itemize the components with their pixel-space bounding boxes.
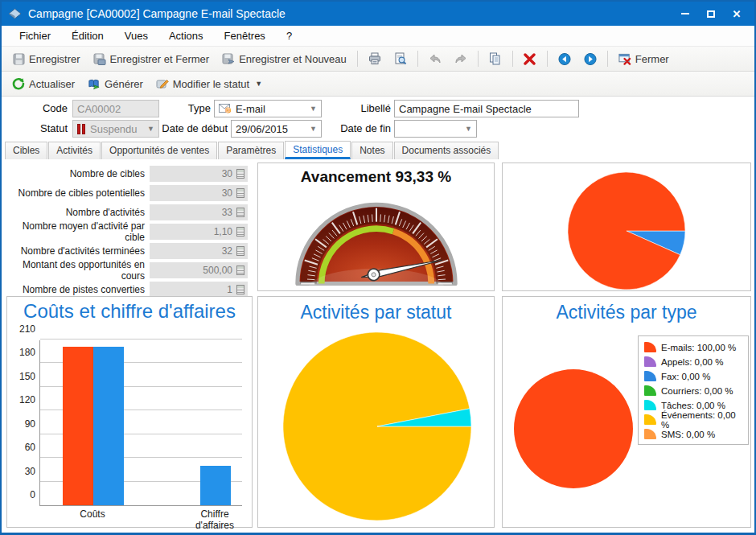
menu-item-item[interactable]: ? — [277, 27, 302, 45]
maximize-button[interactable] — [700, 5, 722, 23]
legend-item-evenements: Événements: 0,00 % — [644, 414, 743, 426]
minimize-icon — [681, 13, 689, 14]
change-status-button[interactable]: Modifier le statut ▼ — [150, 75, 268, 93]
libelle-input[interactable]: Campagne E-mail Spectacle — [394, 100, 579, 117]
legend-swatch — [644, 356, 656, 367]
statut-label: Statut — [2, 120, 68, 138]
y-tick-label: 90 — [13, 418, 40, 430]
generate-button[interactable]: Générer — [82, 75, 149, 93]
chevron-down-icon: ▼ — [465, 125, 472, 133]
bar-couts-blue — [93, 347, 124, 505]
gridline — [40, 339, 242, 340]
tab-notes[interactable]: Notes — [351, 142, 392, 159]
close-icon: ✕ — [733, 8, 742, 20]
stat-field: 32 — [150, 243, 248, 259]
y-tick-label: 120 — [13, 394, 40, 405]
save-button[interactable]: Enregistrer — [6, 50, 86, 68]
close-form-button[interactable]: Fermer — [613, 50, 675, 68]
tab-activites[interactable]: Activités — [48, 142, 101, 159]
save-label: Enregistrer — [29, 53, 80, 65]
chevron-down-icon: ▼ — [255, 80, 262, 88]
y-tick-label: 60 — [13, 442, 40, 453]
x-label-chiffre-d-affaires: Chiffre d'affaires — [183, 508, 247, 531]
type-label: Type — [162, 100, 211, 117]
refresh-icon — [12, 77, 25, 90]
tab-parametres[interactable]: Paramètres — [218, 142, 284, 159]
tab-opportunites-de-ventes[interactable]: Opportunités de ventes — [101, 142, 217, 159]
bar-x-labels: CoûtsChiffre d'affaires — [39, 508, 242, 521]
legend-item-fax: Fax: 0,00 % — [644, 370, 743, 382]
date-debut-value: 29/06/2015 — [236, 123, 288, 135]
tab-documents-associes[interactable]: Documents associés — [394, 142, 499, 159]
print-button[interactable] — [363, 50, 387, 68]
stat-label: Nombre de pistes converties — [6, 284, 150, 295]
minimize-button[interactable] — [674, 5, 696, 23]
save-close-button[interactable]: Enregistrer et Fermer — [88, 50, 216, 68]
maximize-icon — [707, 10, 715, 18]
stat-field: 30 — [150, 166, 248, 182]
undo-button[interactable] — [423, 50, 447, 68]
save-icon — [12, 52, 25, 65]
gauge-panel: Avancement 93,33 % — [257, 163, 495, 291]
stat-label: Montant des opportunités en cours — [6, 259, 150, 282]
menu-item-vues[interactable]: Vues — [115, 27, 158, 45]
redo-button[interactable] — [449, 50, 473, 68]
legend-label: Tâches: 0,00 % — [661, 401, 725, 410]
close-form-icon — [618, 52, 631, 65]
statut-value: Suspendu — [90, 123, 138, 135]
libelle-value: Campagne E-mail Spectacle — [399, 103, 532, 115]
y-tick-label: 180 — [13, 347, 40, 358]
legend-item-courriers: Courriers: 0,00 % — [644, 385, 743, 397]
title-bar: Campagne [CA00002] Campagne E-mail Spect… — [2, 2, 754, 26]
stat-field: 1,10 — [150, 224, 248, 240]
tab-cibles[interactable]: Cibles — [5, 142, 47, 159]
type-dropdown[interactable]: @ E-mail ▼ — [214, 100, 322, 117]
undo-icon — [429, 52, 442, 65]
delete-button[interactable] — [518, 50, 542, 68]
legend-item-sms: SMS: 0,00 % — [644, 428, 743, 440]
menu-item-edition[interactable]: Édition — [62, 27, 113, 45]
print-preview-button[interactable] — [388, 50, 413, 68]
stat-value: 500,00 — [203, 265, 232, 276]
y-tick-label: 0 — [13, 489, 40, 500]
stat-value: 30 — [222, 187, 232, 199]
date-fin-dropdown[interactable]: ▼ — [394, 120, 477, 138]
refresh-button[interactable]: Actualiser — [6, 75, 80, 93]
stat-field: 33 — [150, 204, 248, 220]
type-pie-legend: E-mails: 100,00 %Appels: 0,00 %Fax: 0,00… — [638, 335, 749, 445]
stat-label: Nombre d'activités terminées — [6, 245, 150, 257]
pause-icon — [77, 124, 85, 134]
calculator-icon — [236, 169, 244, 179]
stat-row-montant-des-opportunites-en-cours: Montant des opportunités en cours500,00 — [6, 261, 253, 280]
date-debut-label: Date de début — [151, 120, 228, 138]
stat-field: 1 — [150, 282, 248, 298]
close-button[interactable]: ✕ — [725, 5, 748, 23]
menu-bar: FichierÉditionVuesActionsFenêtres? — [2, 26, 754, 47]
legend-label: Fax: 0,00 % — [661, 372, 710, 381]
gauge-title: Avancement 93,33 % — [258, 168, 494, 186]
menu-item-fichier[interactable]: Fichier — [10, 27, 60, 45]
next-record-button[interactable] — [578, 50, 602, 68]
progress-gauge — [264, 187, 489, 290]
date-debut-dropdown[interactable]: 29/06/2015 ▼ — [231, 120, 322, 138]
y-tick-label: 30 — [13, 466, 40, 477]
stat-value: 30 — [222, 168, 232, 179]
toolbar-separator — [512, 51, 513, 67]
tab-statistiques[interactable]: Statistiques — [285, 141, 351, 159]
toolbar-separator — [547, 51, 548, 67]
pie-slice-0 — [514, 369, 633, 488]
menu-item-fenetres[interactable]: Fenêtres — [215, 27, 275, 45]
stats-list: Nombre de cibles30Nombre de cibles poten… — [6, 164, 253, 299]
menu-item-actions[interactable]: Actions — [159, 27, 213, 45]
bar-group-couts — [61, 340, 125, 505]
copy-button[interactable] — [483, 50, 507, 68]
type-pie-title: Activités par type — [503, 302, 750, 323]
change-status-label: Modifier le statut — [173, 78, 249, 90]
legend-label: Événements: 0,00 % — [661, 410, 743, 430]
previous-record-button[interactable] — [553, 50, 577, 68]
save-new-button[interactable]: Enregistrer et Nouveau — [216, 50, 352, 68]
toolbar-separator — [417, 51, 418, 67]
stat-value: 1 — [227, 284, 232, 295]
email-icon: @ — [219, 104, 232, 113]
previous-icon — [558, 52, 571, 65]
